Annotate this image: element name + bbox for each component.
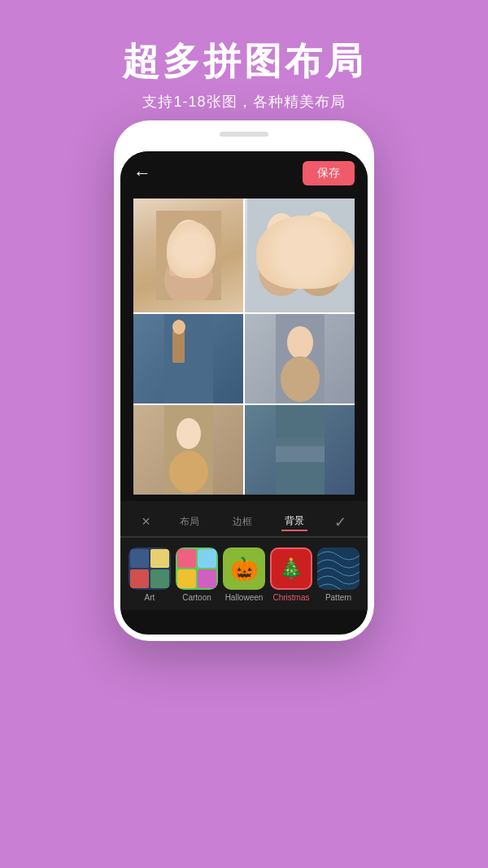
theme-christmas[interactable]: 🎄 Christmas	[270, 547, 312, 602]
photo-4	[276, 314, 325, 403]
close-icon[interactable]: ×	[142, 513, 150, 530]
header: 超多拼图布局 支持1-18张图，各种精美布局	[0, 0, 488, 111]
themes-row: Art Cartoon	[120, 541, 368, 605]
svg-point-2	[164, 254, 213, 300]
save-button[interactable]: 保存	[303, 161, 355, 185]
svg-point-7	[304, 212, 333, 247]
theme-art-label: Art	[145, 593, 155, 602]
theme-halloween-thumb: 🎃	[223, 547, 265, 590]
photo-placeholder-1	[156, 211, 221, 300]
svg-rect-3	[169, 251, 185, 276]
svg-rect-20	[276, 438, 325, 447]
tab-border[interactable]: 边框	[229, 513, 255, 530]
theme-art-thumb	[129, 547, 171, 590]
theme-pattern[interactable]: Pattern	[317, 547, 359, 602]
phone-body: ← 保存	[114, 120, 374, 641]
theme-art[interactable]: Art	[129, 547, 171, 602]
photo-3	[164, 314, 213, 403]
tab-layout[interactable]: 布局	[176, 513, 203, 530]
theme-halloween[interactable]: 🎃 Halloween	[223, 547, 265, 602]
svg-rect-19	[276, 446, 325, 462]
collage-area	[120, 192, 368, 501]
theme-cartoon[interactable]: Cartoon	[176, 547, 218, 602]
theme-christmas-label: Christmas	[272, 593, 309, 602]
menu-tabs: × 布局 边框 背景 ✓	[120, 509, 368, 534]
theme-cartoon-label: Cartoon	[182, 593, 211, 602]
theme-halloween-label: Halloween	[225, 593, 264, 602]
collage-grid	[133, 198, 355, 495]
photo-placeholder-2	[247, 198, 353, 312]
svg-rect-4	[247, 198, 353, 312]
main-title: 超多拼图布局	[0, 39, 488, 84]
svg-rect-9	[164, 314, 213, 403]
collage-cell-2	[245, 198, 355, 312]
collage-cell-1	[133, 198, 243, 312]
bottom-menu: × 布局 边框 背景 ✓	[120, 501, 368, 610]
svg-point-17	[169, 451, 208, 493]
svg-point-11	[172, 320, 185, 334]
svg-rect-10	[172, 330, 185, 363]
phone-mockup: ← 保存	[114, 120, 374, 641]
collage-cell-4	[245, 314, 355, 403]
svg-point-13	[287, 326, 313, 359]
collage-cell-6	[245, 405, 355, 495]
check-icon[interactable]: ✓	[334, 513, 346, 531]
svg-point-14	[281, 356, 320, 402]
tab-background[interactable]: 背景	[281, 513, 307, 531]
photo-6	[276, 405, 325, 495]
phone-notch	[220, 132, 268, 137]
photo-5	[164, 405, 213, 495]
svg-point-16	[176, 418, 201, 449]
theme-pattern-label: Pattern	[325, 593, 351, 602]
theme-christmas-thumb: 🎄	[270, 547, 312, 590]
collage-cell-3	[133, 314, 243, 403]
theme-cartoon-thumb	[176, 547, 218, 590]
app-background: 超多拼图布局 支持1-18张图，各种精美布局 ← 保存	[0, 0, 488, 868]
svg-point-8	[296, 247, 342, 296]
svg-point-6	[259, 247, 304, 296]
pattern-svg	[317, 547, 359, 590]
phone-screen: ← 保存	[120, 151, 368, 635]
theme-pattern-thumb	[317, 547, 359, 590]
screen-top-bar: ← 保存	[120, 151, 368, 192]
svg-point-1	[172, 220, 205, 259]
collage-cell-5	[133, 405, 243, 495]
svg-point-5	[267, 213, 296, 249]
back-button[interactable]: ←	[133, 163, 151, 184]
sub-title: 支持1-18张图，各种精美布局	[0, 92, 488, 111]
